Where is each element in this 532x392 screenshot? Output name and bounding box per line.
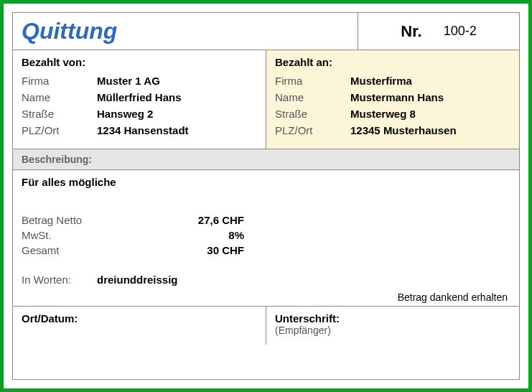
vat-value: 8% [172,229,244,241]
number-value: 100-2 [444,24,477,39]
payee-firma-line: Firma Musterfirma [275,73,510,89]
net-value: 27,6 CHF [172,214,244,226]
payer-city-value: 1234 Hansenstadt [97,124,189,136]
payer-street-label: Straße [22,108,97,120]
net-line: Betrag Netto 27,6 CHF [22,213,510,228]
words-value: dreiunddreissig [97,274,178,286]
number-label: Nr. [401,22,421,41]
payee-name-line: Name Mustermann Hans [275,89,510,106]
description-header: Beschreibung: [13,149,519,170]
payee-city-label: PLZ/Ort [275,124,350,136]
payer-city-label: PLZ/Ort [22,124,97,136]
payee-name-label: Name [275,91,350,103]
signature-column: Unterschrift: (Empfänger) [266,307,519,345]
net-label: Betrag Netto [22,214,172,226]
payee-header: Bezahlt an: [275,56,510,68]
payer-name-label: Name [22,91,97,103]
number-cell: Nr. 100-2 [358,13,519,50]
payer-city-line: PLZ/Ort 1234 Hansenstadt [22,122,257,139]
total-line: Gesamt 30 CHF [22,243,510,258]
words-line: In Worten: dreiunddreissig [13,263,519,290]
title-cell: Quittung [13,13,358,50]
amounts-block: Betrag Netto 27,6 CHF MwSt. 8% Gesamt 30… [13,202,519,263]
received-text: Betrag dankend erhalten [13,290,519,307]
payer-name-value: Müllerfried Hans [97,91,182,103]
header-row: Quittung Nr. 100-2 [13,13,519,50]
words-label: In Worten: [22,274,97,286]
place-date-column: Ort/Datum: [13,307,266,345]
total-label: Gesamt [22,244,172,256]
payee-street-value: Musterweg 8 [350,108,416,120]
signature-row: Ort/Datum: Unterschrift: (Empfänger) [13,307,519,345]
payee-city-value: 12345 Musterhausen [350,124,457,136]
vat-label: MwSt. [22,229,172,241]
payee-name-value: Mustermann Hans [350,91,444,103]
payee-city-line: PLZ/Ort 12345 Musterhausen [275,122,510,139]
vat-line: MwSt. 8% [22,228,510,243]
outer-border: Quittung Nr. 100-2 Bezahlt von: Firma Mu… [0,0,532,392]
payer-firma-line: Firma Muster 1 AG [22,73,257,89]
document-title: Quittung [22,18,117,45]
payer-firma-label: Firma [22,75,97,87]
payee-firma-value: Musterfirma [350,75,412,87]
receipt-container: Quittung Nr. 100-2 Bezahlt von: Firma Mu… [12,12,520,380]
payer-name-line: Name Müllerfried Hans [22,89,257,106]
total-value: 30 CHF [172,244,244,256]
payee-firma-label: Firma [275,75,350,87]
signature-sub: (Empfänger) [275,325,510,336]
payee-street-label: Straße [275,108,350,120]
payer-street-line: Straße Hansweg 2 [22,106,257,122]
payee-street-line: Straße Musterweg 8 [275,106,510,122]
payer-header: Bezahlt von: [22,56,257,68]
description-text: Für alles mögliche [13,170,519,202]
signature-label: Unterschrift: [275,312,510,325]
place-date-label: Ort/Datum: [22,312,257,325]
payer-street-value: Hansweg 2 [97,108,153,120]
payer-firma-value: Muster 1 AG [97,75,160,87]
party-row: Bezahlt von: Firma Muster 1 AG Name Müll… [13,50,519,149]
payer-column: Bezahlt von: Firma Muster 1 AG Name Müll… [13,50,266,149]
payee-column: Bezahlt an: Firma Musterfirma Name Muste… [266,50,519,149]
